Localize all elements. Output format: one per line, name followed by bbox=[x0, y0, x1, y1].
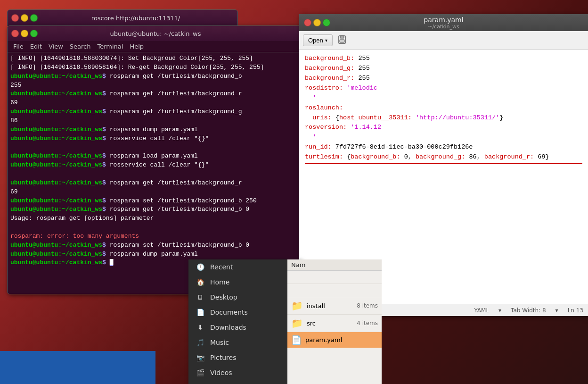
sidebar-label-recent: Recent bbox=[210, 263, 233, 271]
terminal-title: ubuntu@ubuntu: ~/catkin_ws bbox=[38, 30, 273, 37]
roscore-close-btn[interactable] bbox=[11, 14, 19, 22]
terminal-line-15: ubuntu@ubuntu:~/catkin_ws$ rosparam set … bbox=[10, 197, 301, 206]
file-row-param-yaml[interactable]: 📄 param.yaml bbox=[287, 332, 382, 348]
src-folder-name: src bbox=[307, 320, 353, 327]
open-label: Open bbox=[308, 37, 323, 44]
install-folder-icon: 📁 bbox=[291, 300, 303, 311]
status-lang-dropdown[interactable]: ▾ bbox=[498, 307, 501, 314]
yaml-line-4: rosdistro: 'melodic bbox=[305, 83, 582, 93]
editor-open-button[interactable]: Open ▾ bbox=[303, 34, 333, 46]
home-icon: 🏠 bbox=[196, 278, 204, 286]
terminal-line-8: 86 bbox=[10, 117, 301, 125]
src-folder-icon: 📁 bbox=[291, 317, 303, 329]
sidebar-label-videos: Videos bbox=[210, 369, 232, 376]
terminal-window: ubuntu@ubuntu: ~/catkin_ws File Edit Vie… bbox=[7, 25, 304, 294]
pictures-icon: 📷 bbox=[196, 353, 204, 362]
terminal-line-20: ubuntu@ubuntu:~/catkin_ws$ rosparam dump… bbox=[10, 250, 301, 259]
terminal-line-16: ubuntu@ubuntu:~/catkin_ws$ rosparam get … bbox=[10, 205, 301, 214]
file-row-1[interactable] bbox=[287, 271, 382, 284]
menu-file[interactable]: File bbox=[10, 42, 26, 51]
terminal-line-5: ubuntu@ubuntu:~/catkin_ws$ rosparam get … bbox=[10, 90, 301, 99]
editor-win-controls bbox=[304, 19, 330, 26]
editor-titlebar: param.yaml ~/catkin_ws bbox=[299, 14, 588, 31]
file-panel: Nam 📁 install 8 items 📁 src 4 items 📄 pa… bbox=[287, 259, 382, 384]
roscore-minimize-btn[interactable] bbox=[21, 14, 28, 22]
yaml-line-6: roslaunch: bbox=[305, 103, 582, 113]
menu-view[interactable]: View bbox=[46, 42, 66, 51]
sidebar-item-documents[interactable]: 📄 Documents bbox=[188, 305, 302, 320]
roscore-terminal: roscore http://ubuntu:11311/ bbox=[7, 9, 238, 26]
terminal-line-13: ubuntu@ubuntu:~/catkin_ws$ rosparam get … bbox=[10, 179, 301, 188]
sidebar-item-videos[interactable]: 🎬 Videos bbox=[188, 365, 302, 380]
install-item-count: 8 items bbox=[357, 302, 378, 309]
status-tab-width[interactable]: Tab Width: 8 bbox=[511, 307, 546, 314]
terminal-win-controls bbox=[11, 30, 38, 37]
terminal-line-6: 69 bbox=[10, 99, 301, 108]
recent-icon: 🕐 bbox=[196, 263, 204, 271]
roscore-win-controls bbox=[11, 14, 38, 22]
yaml-line-1: background_b: 255 bbox=[305, 54, 582, 64]
terminal-blank-3 bbox=[10, 223, 301, 232]
terminal-close-btn[interactable] bbox=[11, 30, 19, 37]
terminal-titlebar: ubuntu@ubuntu: ~/catkin_ws bbox=[8, 26, 303, 41]
roscore-title: roscore http://ubuntu:11311/ bbox=[38, 15, 234, 22]
sidebar-item-music[interactable]: 🎵 Music bbox=[188, 335, 302, 350]
editor-toolbar: Open ▾ bbox=[299, 31, 588, 50]
editor-save-btn[interactable] bbox=[335, 33, 349, 48]
svg-rect-1 bbox=[340, 36, 344, 38]
yaml-line-9: ' bbox=[305, 133, 582, 142]
terminal-blank-1 bbox=[10, 143, 301, 152]
menu-edit[interactable]: Edit bbox=[27, 42, 45, 51]
editor-maximize-btn[interactable] bbox=[323, 19, 330, 26]
yaml-line-10: run_id: 7fd727f6-8e1d-11ec-ba30-000c29fb… bbox=[305, 142, 582, 152]
status-ln: Ln 13 bbox=[568, 307, 583, 314]
videos-icon: 🎬 bbox=[196, 368, 204, 377]
file-row-2[interactable] bbox=[287, 284, 382, 297]
roscore-maximize-btn[interactable] bbox=[30, 14, 38, 22]
file-manager-sidebar: 🕐 Recent 🏠 Home 🖥 Desktop 📄 Documents ⬇ … bbox=[188, 259, 302, 384]
terminal-line-18: rosparam: error: too many arguments bbox=[10, 232, 301, 241]
status-lang[interactable]: YAML bbox=[474, 307, 489, 314]
sidebar-item-recent[interactable]: 🕐 Recent bbox=[188, 259, 302, 275]
terminal-blank-2 bbox=[10, 170, 301, 179]
menu-help[interactable]: Help bbox=[127, 42, 147, 51]
terminal-selection bbox=[0, 351, 155, 384]
file-row-src[interactable]: 📁 src 4 items bbox=[287, 315, 382, 332]
terminal-line-9: ubuntu@ubuntu:~/catkin_ws$ rosparam dump… bbox=[10, 125, 301, 134]
yaml-line-3: background_r: 255 bbox=[305, 74, 582, 83]
open-dropdown-icon: ▾ bbox=[325, 38, 327, 43]
yaml-file-name: param.yaml bbox=[305, 336, 378, 343]
sidebar-label-music: Music bbox=[210, 339, 229, 346]
terminal-line-17: Usage: rosparam get [options] parameter bbox=[10, 214, 301, 223]
install-folder-name: install bbox=[307, 302, 353, 309]
terminal-body[interactable]: [ INFO] [1644901818.588030074]: Set Back… bbox=[8, 52, 303, 294]
terminal-line-11: ubuntu@ubuntu:~/catkin_ws$ rosparam load… bbox=[10, 152, 301, 161]
sidebar-item-desktop[interactable]: 🖥 Desktop bbox=[188, 290, 302, 305]
editor-close-btn[interactable] bbox=[304, 19, 311, 26]
sidebar-label-pictures: Pictures bbox=[210, 354, 236, 361]
yaml-line-2: background_g: 255 bbox=[305, 64, 582, 74]
sidebar-item-pictures[interactable]: 📷 Pictures bbox=[188, 350, 302, 365]
terminal-minimize-btn[interactable] bbox=[21, 30, 28, 37]
downloads-icon: ⬇ bbox=[196, 323, 204, 332]
terminal-line-12: ubuntu@ubuntu:~/catkin_ws$ rosservice ca… bbox=[10, 161, 301, 170]
terminal-line-14: 69 bbox=[10, 188, 301, 197]
desktop-icon: 🖥 bbox=[196, 293, 204, 301]
file-row-install[interactable]: 📁 install 8 items bbox=[287, 297, 382, 315]
editor-subtitle: ~/catkin_ws bbox=[330, 24, 557, 30]
menu-terminal[interactable]: Terminal bbox=[94, 42, 126, 51]
terminal-line-4: 255 bbox=[10, 81, 301, 90]
editor-minimize-btn[interactable] bbox=[313, 19, 321, 26]
terminal-maximize-btn[interactable] bbox=[30, 30, 38, 37]
terminal-line-3: ubuntu@ubuntu:~/catkin_ws$ rosparam get … bbox=[10, 72, 301, 81]
music-icon: 🎵 bbox=[196, 338, 204, 347]
sidebar-label-desktop: Desktop bbox=[210, 293, 237, 301]
status-tab-dropdown[interactable]: ▾ bbox=[555, 307, 558, 314]
yaml-line-11: turtlesim: {background_b: 0, background_… bbox=[305, 152, 582, 164]
menu-search[interactable]: Search bbox=[67, 42, 94, 51]
terminal-line-10: ubuntu@ubuntu:~/catkin_ws$ rosservice ca… bbox=[10, 134, 301, 143]
sidebar-item-downloads[interactable]: ⬇ Downloads bbox=[188, 320, 302, 335]
sidebar-item-home[interactable]: 🏠 Home bbox=[188, 275, 302, 290]
src-item-count: 4 items bbox=[357, 320, 378, 326]
yaml-line-8: rosversion: '1.14.12 bbox=[305, 123, 582, 133]
